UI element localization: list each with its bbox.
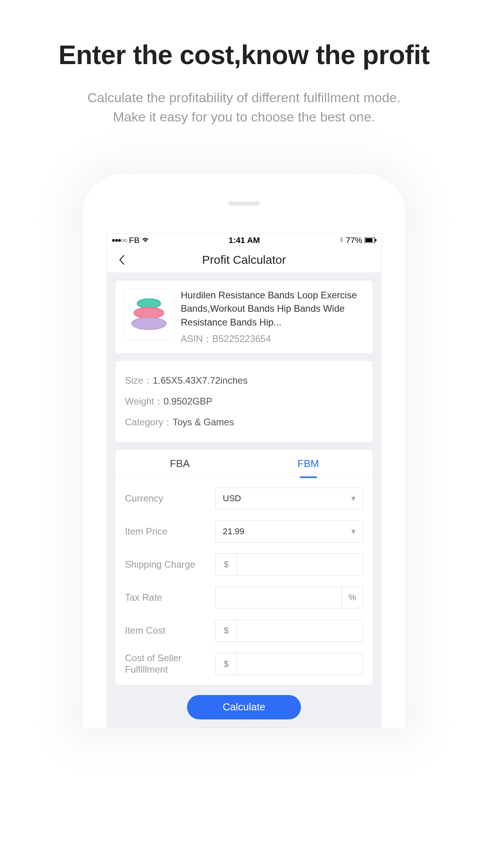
hero-subtitle-line2: Make it easy for you to choose the best … [113, 109, 375, 124]
product-title: Hurdilen Resistance Bands Loop Exercise … [181, 289, 365, 329]
svg-rect-1 [365, 238, 372, 242]
phone-frame: ●●●○○ FB 1:41 AM 77% [83, 174, 405, 728]
tab-fba[interactable]: FBA [116, 450, 244, 478]
tax-label: Tax Rate [125, 592, 215, 603]
cost-fulfillment-input[interactable]: $ [215, 653, 363, 675]
item-price-select[interactable]: 21.99 ▾ [215, 520, 363, 542]
phone-speaker [228, 202, 260, 206]
currency-value: USD [223, 493, 241, 504]
product-card: Hurdilen Resistance Bands Loop Exercise … [116, 281, 372, 353]
svg-rect-2 [375, 239, 376, 241]
chevron-down-icon: ▾ [351, 526, 356, 537]
cost-fulfillment-label: Cost of Seller Fulfillment [125, 653, 215, 675]
weight-value: 0.9502GBP [163, 396, 212, 406]
shipping-input[interactable]: $ [215, 554, 363, 576]
item-cost-row: Item Cost $ [125, 620, 363, 642]
content-area: Hurdilen Resistance Bands Loop Exercise … [107, 273, 381, 727]
carrier-label: FB [129, 235, 139, 245]
chevron-left-icon [119, 255, 125, 265]
percent-suffix: % [341, 587, 363, 608]
product-meta-card: Size：1.65X5.43X7.72inches Weight：0.9502G… [116, 361, 372, 442]
status-time: 1:41 AM [229, 235, 260, 245]
battery-icon [365, 235, 376, 245]
app-screen: ●●●○○ FB 1:41 AM 77% [106, 233, 382, 728]
asin-value: B5225223654 [212, 333, 271, 344]
nav-bar: Profit Calculator [107, 247, 381, 273]
hero-subtitle-line1: Calculate the profitability of different… [88, 90, 401, 105]
item-price-row: Item Price 21.99 ▾ [125, 520, 363, 542]
category-value: Toys & Games [172, 417, 234, 427]
shipping-label: Shipping Charge [125, 559, 215, 570]
battery-percent: 77% [346, 235, 362, 245]
shipping-row: Shipping Charge $ [125, 554, 363, 576]
page-title: Profit Calculator [107, 253, 381, 267]
dollar-prefix: $ [216, 554, 237, 575]
status-bar: ●●●○○ FB 1:41 AM 77% [107, 234, 381, 247]
hero-subtitle: Calculate the profitability of different… [0, 88, 488, 127]
currency-label: Currency [125, 493, 215, 504]
currency-select[interactable]: USD ▾ [215, 487, 363, 509]
tax-row: Tax Rate % [125, 587, 363, 609]
size-value: 1.65X5.43X7.72inches [153, 375, 248, 386]
dollar-prefix: $ [216, 653, 237, 675]
item-cost-input[interactable]: $ [215, 620, 363, 642]
calculator-form-card: FBA FBM Currency USD ▾ Item Price [116, 450, 372, 685]
tab-fbm[interactable]: FBM [244, 450, 372, 478]
category-label: Category： [125, 417, 172, 427]
chevron-down-icon: ▾ [351, 493, 356, 504]
item-cost-label: Item Cost [125, 625, 215, 636]
weight-label: Weight： [125, 396, 163, 406]
product-image-band [131, 317, 167, 330]
dollar-prefix: $ [216, 620, 237, 641]
cost-fulfillment-row: Cost of Seller Fulfillment $ [125, 653, 363, 675]
size-label: Size： [125, 375, 153, 386]
back-button[interactable] [114, 252, 130, 268]
calculate-button[interactable]: Calculate [187, 695, 301, 719]
item-price-label: Item Price [125, 526, 215, 537]
hero-title: Enter the cost,know the profit [0, 39, 488, 70]
signal-dots-icon: ●●●○○ [112, 237, 127, 244]
fulfillment-tabs: FBA FBM [116, 450, 372, 478]
tax-input[interactable]: % [215, 587, 363, 609]
currency-row: Currency USD ▾ [125, 487, 363, 509]
bluetooth-icon [339, 235, 343, 245]
product-image [123, 289, 174, 340]
item-price-value: 21.99 [223, 526, 244, 537]
asin-label: ASIN： [181, 333, 212, 344]
wifi-icon [142, 235, 149, 245]
